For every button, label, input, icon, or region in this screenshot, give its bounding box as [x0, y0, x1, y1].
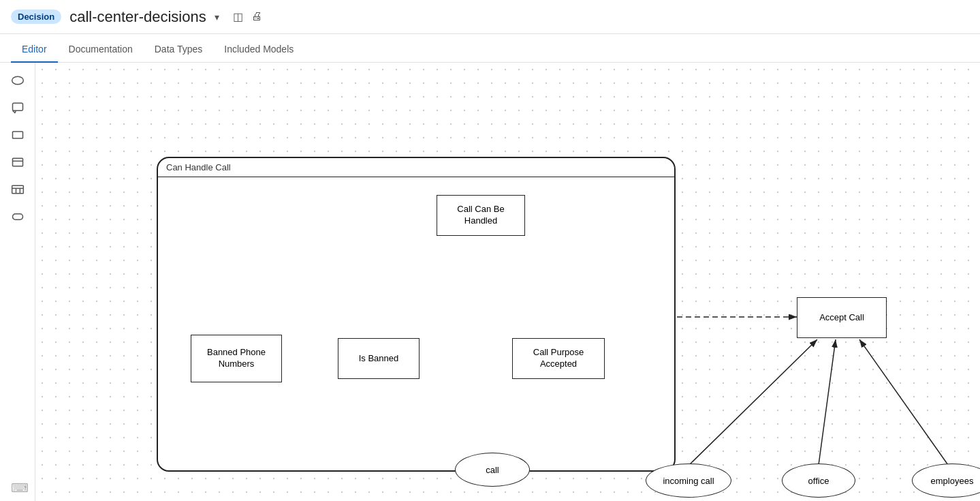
tab-data-types[interactable]: Data Types	[144, 37, 214, 63]
call-purpose-accepted-node[interactable]: Call PurposeAccepted	[512, 338, 605, 379]
comment-tool[interactable]	[5, 95, 30, 120]
svg-line-18	[689, 339, 817, 465]
employees-node[interactable]: employees	[912, 464, 980, 498]
tabs: Editor Documentation Data Types Included…	[0, 34, 980, 63]
tab-editor[interactable]: Editor	[11, 37, 58, 63]
svg-line-20	[859, 339, 948, 465]
oval-tool[interactable]	[5, 68, 30, 93]
monitor-icon[interactable]: ◫	[233, 10, 243, 23]
accept-call-node[interactable]: Accept Call	[797, 297, 887, 338]
print-icon[interactable]: 🖨	[251, 10, 262, 23]
rect-tool[interactable]	[5, 123, 30, 147]
svg-rect-3	[12, 158, 22, 166]
main-area: Can Handle Call Call Can BeHandled Banne…	[0, 63, 980, 501]
dropdown-icon[interactable]: ▾	[215, 12, 219, 22]
svg-point-0	[12, 76, 23, 85]
group-header: Can Handle Call	[158, 158, 674, 177]
can-handle-call-group: Can Handle Call	[157, 157, 676, 472]
table-tool[interactable]	[5, 177, 30, 202]
banned-phone-numbers-node[interactable]: Banned PhoneNumbers	[191, 335, 282, 382]
header-icons: ◫ 🖨	[233, 10, 262, 23]
tab-included-models[interactable]: Included Models	[213, 37, 304, 63]
svg-rect-5	[12, 185, 23, 194]
footer: ⌨	[11, 481, 29, 496]
svg-rect-1	[12, 103, 22, 110]
keyboard-icon: ⌨	[11, 481, 29, 495]
decision-badge: Decision	[11, 10, 61, 24]
is-banned-node[interactable]: Is Banned	[338, 338, 420, 379]
sidebar	[0, 63, 35, 501]
model-title: call-center-decisions	[69, 8, 206, 26]
call-can-be-handled-node[interactable]: Call Can BeHandled	[437, 195, 525, 236]
svg-rect-9	[12, 214, 22, 219]
call-node[interactable]: call	[455, 453, 530, 487]
svg-rect-2	[12, 132, 22, 138]
tab-documentation[interactable]: Documentation	[58, 37, 144, 63]
canvas: Can Handle Call Call Can BeHandled Banne…	[35, 63, 980, 501]
rect2-tool[interactable]	[5, 150, 30, 174]
svg-line-19	[819, 339, 836, 465]
office-node[interactable]: office	[782, 464, 855, 498]
incoming-call-node[interactable]: incoming call	[646, 464, 731, 498]
header: Decision call-center-decisions ▾ ◫ 🖨	[0, 0, 980, 34]
capsule-tool[interactable]	[5, 204, 30, 229]
